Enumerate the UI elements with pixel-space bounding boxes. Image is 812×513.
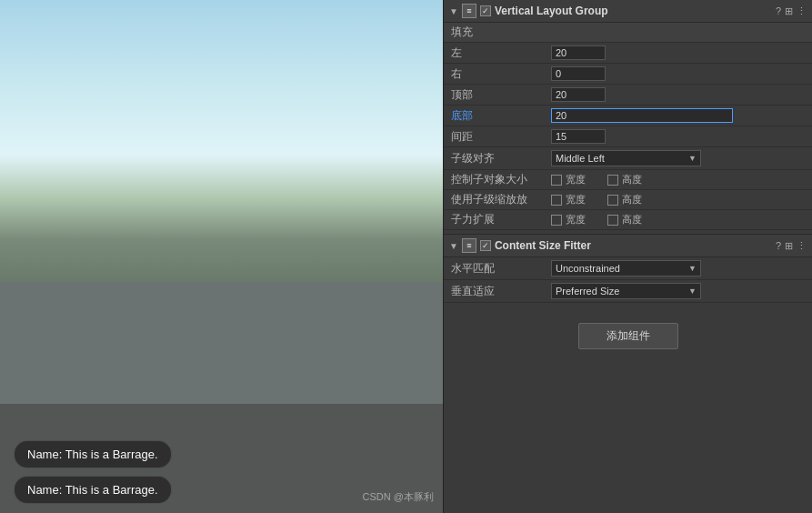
child-expand-label: 子力扩展 xyxy=(444,210,544,230)
component-enabled-checkbox[interactable] xyxy=(480,5,491,16)
child-align-row: 子级对齐 Middle Left ▼ xyxy=(444,147,812,170)
component-icon: ≡ xyxy=(462,4,476,18)
fill-section-row: 填充 xyxy=(444,23,812,43)
child-align-value: Middle Left ▼ xyxy=(544,147,812,170)
scale-height-checkbox[interactable] xyxy=(607,195,618,206)
sky-area xyxy=(0,0,443,282)
child-align-label: 子级对齐 xyxy=(444,147,544,170)
expand-width-label: 宽度 xyxy=(566,213,586,226)
content-size-props: 水平匹配 Unconstrained ▼ 垂直适应 Preferred Size… xyxy=(444,257,812,303)
vertical-option: Preferred Size xyxy=(556,286,619,297)
bottom-label: 底部 xyxy=(444,106,544,126)
vertical-value: Preferred Size ▼ xyxy=(544,280,812,303)
control-height-checkbox[interactable] xyxy=(607,175,618,186)
component-title: Vertical Layout Group xyxy=(495,5,772,17)
top-input[interactable] xyxy=(551,87,606,102)
csr-component-icon: ≡ xyxy=(462,238,476,253)
top-label: 顶部 xyxy=(444,85,544,106)
settings-icon[interactable]: ⊞ xyxy=(785,5,793,17)
horizontal-dropdown-arrow: ▼ xyxy=(688,264,697,273)
vertical-dropdown[interactable]: Preferred Size ▼ xyxy=(551,283,701,299)
spacing-label: 间距 xyxy=(444,126,544,147)
right-label: 右 xyxy=(444,64,544,85)
left-label: 左 xyxy=(444,43,544,64)
use-child-scale-row: 使用子级缩放放 宽度 高度 xyxy=(444,190,812,210)
left-row: 左 xyxy=(444,43,812,64)
right-input[interactable] xyxy=(551,66,606,81)
dropdown-arrow: ▼ xyxy=(688,154,697,163)
horizontal-value: Unconstrained ▼ xyxy=(544,257,812,280)
bottom-input[interactable] xyxy=(551,108,733,123)
left-input[interactable] xyxy=(551,45,606,60)
scene-panel: Name: This is a Barrage. Name: This is a… xyxy=(0,0,443,513)
use-child-scale-pair: 宽度 高度 xyxy=(551,193,805,206)
spacing-input[interactable] xyxy=(551,129,606,144)
csr-header-icons: ? ⊞ ⋮ xyxy=(776,240,807,252)
csr-help-icon[interactable]: ? xyxy=(776,240,781,252)
vertical-row: 垂直适应 Preferred Size ▼ xyxy=(444,280,812,303)
spacing-value xyxy=(544,126,812,147)
bottom-row: 底部 xyxy=(444,106,812,126)
control-width-checkbox[interactable] xyxy=(551,175,562,186)
vertical-layout-header: ▼ ≡ Vertical Layout Group ? ⊞ ⋮ xyxy=(444,0,812,23)
horizontal-dropdown[interactable]: Unconstrained ▼ xyxy=(551,260,701,277)
csr-component-title: Content Size Fitter xyxy=(495,239,772,252)
child-align-dropdown[interactable]: Middle Left ▼ xyxy=(551,150,701,166)
control-size-row: 控制子对象大小 宽度 高度 xyxy=(444,170,812,190)
top-value xyxy=(544,85,812,106)
expand-height-checkbox[interactable] xyxy=(607,215,618,226)
expand-width-checkbox[interactable] xyxy=(551,215,562,226)
fill-section-label: 填充 xyxy=(444,23,812,43)
control-size-value: 宽度 高度 xyxy=(544,170,812,190)
horizontal-option: Unconstrained xyxy=(556,263,620,274)
right-value xyxy=(544,64,812,85)
use-child-scale-label: 使用子级缩放放 xyxy=(444,190,544,210)
child-align-option: Middle Left xyxy=(556,153,605,164)
child-expand-row: 子力扩展 宽度 高度 xyxy=(444,210,812,230)
collapse-arrow[interactable]: ▼ xyxy=(449,6,458,16)
control-size-pair: 宽度 高度 xyxy=(551,173,805,186)
child-expand-value: 宽度 高度 xyxy=(544,210,812,230)
right-row: 右 xyxy=(444,64,812,85)
use-child-scale-value: 宽度 高度 xyxy=(544,190,812,210)
horizontal-row: 水平匹配 Unconstrained ▼ xyxy=(444,257,812,280)
add-component-button[interactable]: 添加组件 xyxy=(578,323,678,349)
spacing-row: 间距 xyxy=(444,126,812,147)
menu-icon[interactable]: ⋮ xyxy=(797,5,807,17)
scale-width-checkbox[interactable] xyxy=(551,195,562,206)
content-size-fitter-header: ▼ ≡ Content Size Fitter ? ⊞ ⋮ xyxy=(444,234,812,257)
control-size-label: 控制子对象大小 xyxy=(444,170,544,190)
horizontal-label: 水平匹配 xyxy=(444,257,544,280)
child-expand-pair: 宽度 高度 xyxy=(551,213,805,226)
scale-height-label: 高度 xyxy=(622,193,642,206)
control-height-label: 高度 xyxy=(622,173,642,186)
expand-height-label: 高度 xyxy=(622,213,642,226)
bottom-value xyxy=(544,106,812,126)
watermark-text: CSDN @本豚利 xyxy=(363,490,434,504)
vertical-layout-props: 填充 左 右 顶部 底部 间距 xyxy=(444,23,812,230)
header-icons: ? ⊞ ⋮ xyxy=(776,5,807,17)
csr-component-enabled-checkbox[interactable] xyxy=(480,240,491,251)
barrage-item-2: Name: This is a Barrage. xyxy=(14,476,172,504)
csr-collapse-arrow[interactable]: ▼ xyxy=(449,241,458,251)
left-value xyxy=(544,43,812,64)
csr-settings-icon[interactable]: ⊞ xyxy=(785,240,793,252)
csr-menu-icon[interactable]: ⋮ xyxy=(797,240,807,252)
inspector-panel: ▼ ≡ Vertical Layout Group ? ⊞ ⋮ 填充 左 右 顶… xyxy=(443,0,812,513)
help-icon[interactable]: ? xyxy=(776,5,781,17)
vertical-label: 垂直适应 xyxy=(444,280,544,303)
barrage-item-1: Name: This is a Barrage. xyxy=(14,440,172,468)
vertical-dropdown-arrow: ▼ xyxy=(688,287,697,296)
scale-width-label: 宽度 xyxy=(566,193,586,206)
control-width-label: 宽度 xyxy=(566,173,586,186)
top-row: 顶部 xyxy=(444,85,812,106)
